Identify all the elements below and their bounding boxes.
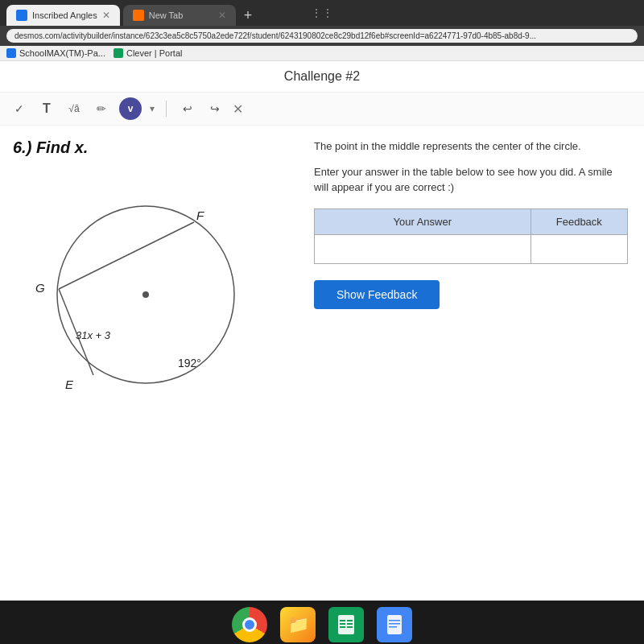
answer-table: Your Answer Feedback <box>314 208 628 264</box>
sqrt-tool[interactable]: √ā <box>64 99 84 118</box>
taskbar: 📁 <box>0 601 644 644</box>
address-bar-row: desmos.com/activitybuilder/instance/623c… <box>0 26 644 46</box>
bookmark-schoolmax[interactable]: SchoolMAX(TM)-Pa... <box>6 48 105 58</box>
bookmark-favicon-clever <box>114 48 123 58</box>
svg-rect-11 <box>347 620 353 621</box>
svg-rect-19 <box>389 626 397 628</box>
toolbar: ✓ T √ā ✏ v ▾ ↩ ↪ ✕ <box>0 93 644 126</box>
svg-point-1 <box>142 291 149 298</box>
main-body: 6.) Find x. <box>0 126 644 601</box>
answer-cell[interactable] <box>315 234 531 263</box>
tab-favicon-1 <box>16 10 27 21</box>
show-feedback-button[interactable]: Show Feedback <box>314 280 440 309</box>
tab-label-1: Inscribed Angles <box>32 10 97 20</box>
answer-input[interactable] <box>328 243 518 255</box>
svg-rect-15 <box>347 626 353 628</box>
svg-rect-16 <box>387 615 402 634</box>
instruction-line-2: Enter your answer in the table below to … <box>314 164 628 196</box>
circle-diagram: G F E 192° 31x + 3 <box>21 170 262 395</box>
col-your-answer: Your Answer <box>315 208 531 234</box>
feedback-cell <box>530 234 627 263</box>
bookmark-label-schoolmax: SchoolMAX(TM)-Pa... <box>19 48 105 58</box>
address-bar[interactable]: desmos.com/activitybuilder/instance/623c… <box>6 29 638 43</box>
drag-handle: ⋮⋮ <box>311 6 333 19</box>
text-tool[interactable]: T <box>37 99 56 118</box>
svg-line-2 <box>59 222 194 289</box>
bookmark-favicon-schoolmax <box>6 48 16 58</box>
taskbar-sheets-icon[interactable] <box>328 607 364 642</box>
svg-text:F: F <box>196 208 204 222</box>
new-tab-button[interactable]: + <box>239 7 258 24</box>
svg-rect-13 <box>347 623 353 625</box>
tab-close-2[interactable]: ✕ <box>218 10 226 21</box>
svg-rect-14 <box>340 626 345 628</box>
dropdown-arrow[interactable]: ▾ <box>150 103 155 114</box>
close-tool[interactable]: ✕ <box>233 101 243 117</box>
v-tool[interactable]: v <box>119 97 142 120</box>
page-content: ⋮⋮ Challenge #2 ✓ T √ā ✏ v ▾ ↩ ↪ ✕ 6.) F… <box>0 61 644 601</box>
svg-text:192°: 192° <box>178 357 201 369</box>
bookmark-clever[interactable]: Clever | Portal <box>114 48 183 58</box>
right-panel: The point in the middle represents the c… <box>298 126 644 601</box>
answer-row <box>315 234 628 263</box>
tab-new[interactable]: New Tab ✕ <box>123 5 236 26</box>
tab-favicon-2 <box>133 10 144 21</box>
svg-text:G: G <box>35 281 45 295</box>
problem-title: 6.) Find x. <box>13 138 88 157</box>
left-panel: 6.) Find x. <box>0 126 298 601</box>
svg-text:31x + 3: 31x + 3 <box>76 329 111 341</box>
bookmark-label-clever: Clever | Portal <box>126 48 183 58</box>
taskbar-chrome-icon[interactable] <box>232 607 267 642</box>
instruction-line-1: The point in the middle represents the c… <box>314 138 628 155</box>
pencil-tool[interactable]: ✏ <box>92 99 111 118</box>
challenge-title: Challenge #2 <box>284 69 360 83</box>
svg-rect-17 <box>389 620 400 621</box>
svg-text:E: E <box>65 378 74 391</box>
toolbar-divider <box>166 101 167 117</box>
col-feedback: Feedback <box>530 208 627 234</box>
checkmark-tool[interactable]: ✓ <box>10 99 29 118</box>
tab-label-2: New Tab <box>149 10 213 20</box>
undo-tool[interactable]: ↩ <box>178 99 197 118</box>
taskbar-docs-icon[interactable] <box>377 607 412 642</box>
taskbar-files-icon[interactable]: 📁 <box>280 607 316 642</box>
svg-rect-12 <box>340 623 345 625</box>
svg-rect-18 <box>389 623 400 625</box>
bookmarks-bar: SchoolMAX(TM)-Pa... Clever | Portal <box>0 46 644 61</box>
challenge-header: ⋮⋮ Challenge #2 <box>0 61 644 93</box>
redo-tool[interactable]: ↪ <box>205 99 225 118</box>
tab-inscribed-angles[interactable]: Inscribed Angles ✕ <box>6 5 120 26</box>
svg-rect-10 <box>340 620 345 621</box>
tab-close-1[interactable]: ✕ <box>102 10 110 21</box>
